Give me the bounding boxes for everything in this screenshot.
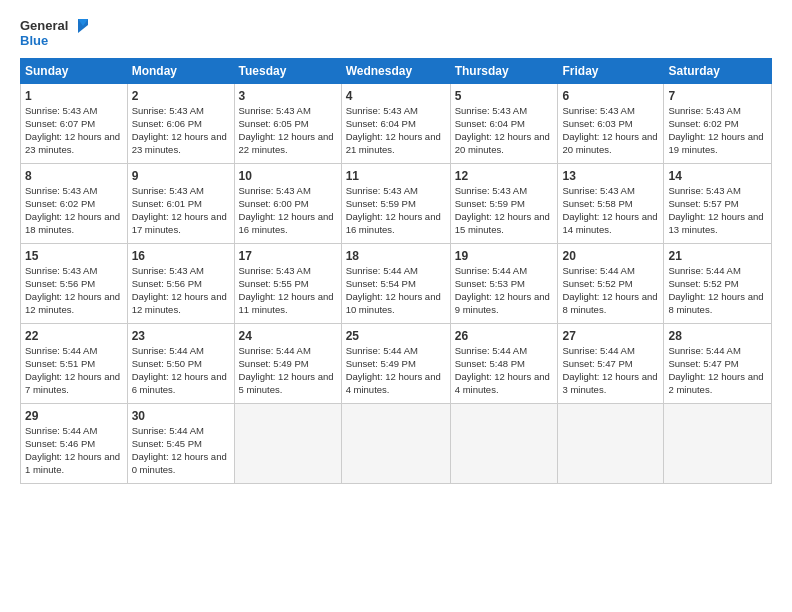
sunrise-label: Sunrise: 5:43 AM [25,265,97,276]
day-cell: 9 Sunrise: 5:43 AM Sunset: 6:01 PM Dayli… [127,164,234,244]
daylight-label: Daylight: 12 hours and 15 minutes. [455,211,550,235]
empty-cell [450,404,558,484]
sunset-label: Sunset: 6:06 PM [132,118,202,129]
sunrise-label: Sunrise: 5:43 AM [346,185,418,196]
day-number: 14 [668,168,767,184]
day-number: 26 [455,328,554,344]
day-cell: 30 Sunrise: 5:44 AM Sunset: 5:45 PM Dayl… [127,404,234,484]
col-sunday: Sunday [21,59,128,84]
day-cell: 25 Sunrise: 5:44 AM Sunset: 5:49 PM Dayl… [341,324,450,404]
sunrise-label: Sunrise: 5:43 AM [25,105,97,116]
sunrise-label: Sunrise: 5:43 AM [132,265,204,276]
day-cell: 14 Sunrise: 5:43 AM Sunset: 5:57 PM Dayl… [664,164,772,244]
sunset-label: Sunset: 5:58 PM [562,198,632,209]
daylight-label: Daylight: 12 hours and 23 minutes. [25,131,120,155]
day-cell: 8 Sunrise: 5:43 AM Sunset: 6:02 PM Dayli… [21,164,128,244]
sunrise-label: Sunrise: 5:44 AM [239,345,311,356]
day-cell: 22 Sunrise: 5:44 AM Sunset: 5:51 PM Dayl… [21,324,128,404]
day-cell: 26 Sunrise: 5:44 AM Sunset: 5:48 PM Dayl… [450,324,558,404]
logo: General Blue [20,18,88,48]
sunset-label: Sunset: 6:04 PM [455,118,525,129]
sunset-label: Sunset: 5:59 PM [455,198,525,209]
sunset-label: Sunset: 5:48 PM [455,358,525,369]
sunset-label: Sunset: 5:50 PM [132,358,202,369]
day-cell: 19 Sunrise: 5:44 AM Sunset: 5:53 PM Dayl… [450,244,558,324]
day-cell: 18 Sunrise: 5:44 AM Sunset: 5:54 PM Dayl… [341,244,450,324]
day-number: 30 [132,408,230,424]
day-number: 1 [25,88,123,104]
sunrise-label: Sunrise: 5:43 AM [455,185,527,196]
day-cell: 6 Sunrise: 5:43 AM Sunset: 6:03 PM Dayli… [558,84,664,164]
daylight-label: Daylight: 12 hours and 0 minutes. [132,451,227,475]
col-tuesday: Tuesday [234,59,341,84]
sunset-label: Sunset: 6:01 PM [132,198,202,209]
daylight-label: Daylight: 12 hours and 12 minutes. [25,291,120,315]
logo-arrow-icon [70,19,88,33]
col-saturday: Saturday [664,59,772,84]
daylight-label: Daylight: 12 hours and 23 minutes. [132,131,227,155]
sunset-label: Sunset: 5:46 PM [25,438,95,449]
day-number: 5 [455,88,554,104]
daylight-label: Daylight: 12 hours and 7 minutes. [25,371,120,395]
empty-cell [664,404,772,484]
logo-general: General [20,18,68,33]
sunset-label: Sunset: 5:53 PM [455,278,525,289]
sunrise-label: Sunrise: 5:44 AM [346,345,418,356]
sunset-label: Sunset: 5:47 PM [668,358,738,369]
day-cell: 27 Sunrise: 5:44 AM Sunset: 5:47 PM Dayl… [558,324,664,404]
daylight-label: Daylight: 12 hours and 22 minutes. [239,131,334,155]
sunset-label: Sunset: 5:55 PM [239,278,309,289]
week-row: 8 Sunrise: 5:43 AM Sunset: 6:02 PM Dayli… [21,164,772,244]
sunrise-label: Sunrise: 5:44 AM [562,265,634,276]
day-number: 27 [562,328,659,344]
daylight-label: Daylight: 12 hours and 11 minutes. [239,291,334,315]
day-number: 6 [562,88,659,104]
day-number: 16 [132,248,230,264]
week-row: 22 Sunrise: 5:44 AM Sunset: 5:51 PM Dayl… [21,324,772,404]
sunrise-label: Sunrise: 5:43 AM [239,185,311,196]
sunrise-label: Sunrise: 5:44 AM [25,345,97,356]
week-row: 15 Sunrise: 5:43 AM Sunset: 5:56 PM Dayl… [21,244,772,324]
day-cell: 24 Sunrise: 5:44 AM Sunset: 5:49 PM Dayl… [234,324,341,404]
sunset-label: Sunset: 6:05 PM [239,118,309,129]
sunset-label: Sunset: 5:57 PM [668,198,738,209]
sunrise-label: Sunrise: 5:44 AM [132,425,204,436]
sunset-label: Sunset: 5:49 PM [239,358,309,369]
daylight-label: Daylight: 12 hours and 5 minutes. [239,371,334,395]
day-number: 10 [239,168,337,184]
sunset-label: Sunset: 5:47 PM [562,358,632,369]
col-wednesday: Wednesday [341,59,450,84]
sunrise-label: Sunrise: 5:44 AM [25,425,97,436]
daylight-label: Daylight: 12 hours and 20 minutes. [562,131,657,155]
day-cell: 3 Sunrise: 5:43 AM Sunset: 6:05 PM Dayli… [234,84,341,164]
sunrise-label: Sunrise: 5:43 AM [132,185,204,196]
day-number: 8 [25,168,123,184]
daylight-label: Daylight: 12 hours and 12 minutes. [132,291,227,315]
sunrise-label: Sunrise: 5:43 AM [668,105,740,116]
sunrise-label: Sunrise: 5:43 AM [562,185,634,196]
day-number: 9 [132,168,230,184]
header: General Blue [20,18,772,48]
day-cell: 17 Sunrise: 5:43 AM Sunset: 5:55 PM Dayl… [234,244,341,324]
sunrise-label: Sunrise: 5:44 AM [668,265,740,276]
day-cell: 29 Sunrise: 5:44 AM Sunset: 5:46 PM Dayl… [21,404,128,484]
daylight-label: Daylight: 12 hours and 9 minutes. [455,291,550,315]
daylight-label: Daylight: 12 hours and 4 minutes. [346,371,441,395]
day-number: 22 [25,328,123,344]
page: General Blue Sunday Monday Tuesday Wedne… [0,0,792,612]
sunrise-label: Sunrise: 5:43 AM [239,105,311,116]
sunrise-label: Sunrise: 5:43 AM [132,105,204,116]
day-cell: 15 Sunrise: 5:43 AM Sunset: 5:56 PM Dayl… [21,244,128,324]
day-cell: 10 Sunrise: 5:43 AM Sunset: 6:00 PM Dayl… [234,164,341,244]
day-cell: 20 Sunrise: 5:44 AM Sunset: 5:52 PM Dayl… [558,244,664,324]
sunset-label: Sunset: 5:51 PM [25,358,95,369]
sunset-label: Sunset: 6:02 PM [25,198,95,209]
sunrise-label: Sunrise: 5:43 AM [562,105,634,116]
daylight-label: Daylight: 12 hours and 20 minutes. [455,131,550,155]
sunrise-label: Sunrise: 5:44 AM [562,345,634,356]
daylight-label: Daylight: 12 hours and 14 minutes. [562,211,657,235]
sunset-label: Sunset: 5:56 PM [132,278,202,289]
sunrise-label: Sunrise: 5:44 AM [668,345,740,356]
day-cell: 28 Sunrise: 5:44 AM Sunset: 5:47 PM Dayl… [664,324,772,404]
sunrise-label: Sunrise: 5:44 AM [455,265,527,276]
